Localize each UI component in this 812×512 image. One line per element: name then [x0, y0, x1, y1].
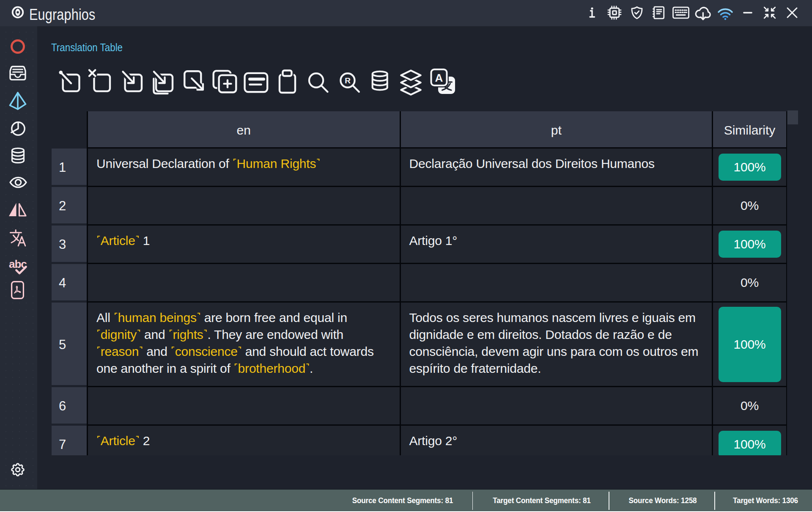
svg-text:R: R [345, 76, 351, 85]
svg-text:A: A [435, 72, 443, 84]
